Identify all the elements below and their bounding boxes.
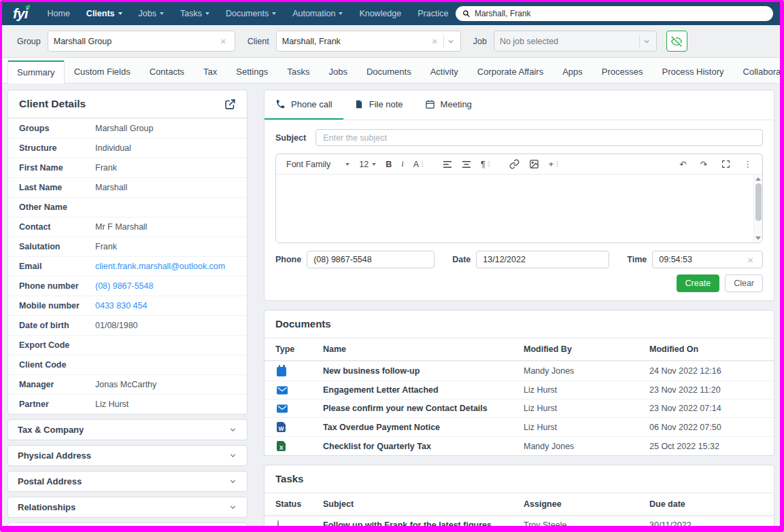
- subject-input[interactable]: [316, 129, 763, 146]
- bold-button[interactable]: B: [382, 158, 395, 171]
- section-tax-company[interactable]: Tax & Company: [7, 419, 248, 440]
- tab-collaborate[interactable]: Collaborate: [734, 60, 784, 83]
- tab-documents[interactable]: Documents: [357, 60, 421, 83]
- italic-button[interactable]: i: [398, 158, 407, 171]
- nav-item-practice[interactable]: Practice: [410, 3, 456, 24]
- tab-phone-call[interactable]: Phone call: [265, 90, 343, 120]
- time-field[interactable]: ×: [652, 251, 763, 268]
- tab-process-history[interactable]: Process History: [653, 60, 734, 83]
- date-label: Date: [452, 255, 471, 264]
- mobile-link[interactable]: 0433 830 454: [95, 301, 147, 311]
- fyi-logo[interactable]: fyi: [13, 5, 28, 22]
- editor-content[interactable]: [276, 175, 762, 243]
- tasks-card: Tasks StatusSubjectAssigneeDue date Foll…: [264, 465, 774, 526]
- nav-item-jobs[interactable]: Jobs: [131, 3, 171, 24]
- field-structure: StructureIndividual: [8, 138, 247, 158]
- excel-doc-icon: X: [277, 441, 286, 451]
- section-group-members[interactable]: Group Members: [7, 522, 248, 526]
- nav-item-documents[interactable]: Documents: [218, 3, 284, 24]
- editor-scrollbar[interactable]: [753, 175, 762, 243]
- document-row[interactable]: W Tax Overdue Payment Notice Liz Hurst 0…: [265, 417, 774, 436]
- section-postal-address[interactable]: Postal Address: [7, 471, 248, 492]
- font-family-select[interactable]: Font Family: [283, 158, 353, 171]
- documents-card: Documents TypeNameModified ByModified On…: [264, 310, 774, 456]
- scroll-up-icon[interactable]: [755, 177, 761, 181]
- section-relationships[interactable]: Relationships: [7, 497, 248, 518]
- clear-time-icon[interactable]: ×: [745, 255, 756, 265]
- job-input[interactable]: [500, 37, 636, 46]
- search-input[interactable]: [475, 9, 766, 18]
- redo-button[interactable]: ↷: [697, 158, 711, 171]
- chevron-down-icon[interactable]: [447, 37, 455, 46]
- global-search[interactable]: [456, 6, 773, 21]
- phone-field[interactable]: [307, 251, 434, 268]
- font-size-select[interactable]: 12: [356, 158, 379, 171]
- fullscreen-button[interactable]: [718, 158, 734, 171]
- scroll-down-icon[interactable]: [755, 236, 761, 240]
- paragraph-format-button[interactable]: ¶⋮: [477, 158, 495, 171]
- scrollbar-thumb[interactable]: [755, 183, 762, 221]
- document-row[interactable]: New business follow-up Mandy Jones 24 No…: [265, 361, 774, 380]
- client-selector-bar: Group × Client × Job: [2, 25, 780, 58]
- clear-button[interactable]: Clear: [725, 274, 763, 292]
- tab-processes[interactable]: Processes: [592, 60, 653, 83]
- date-field[interactable]: [476, 251, 609, 268]
- job-label: Job: [473, 37, 487, 46]
- chevron-down-icon: [205, 12, 209, 15]
- tab-meeting[interactable]: Meeting: [414, 90, 483, 120]
- tab-summary[interactable]: Summary: [7, 60, 65, 84]
- nav-item-tasks[interactable]: Tasks: [173, 3, 217, 24]
- insert-image-button[interactable]: [526, 158, 543, 171]
- nav-item-automation[interactable]: Automation: [285, 3, 350, 24]
- undo-button[interactable]: ↶: [677, 158, 690, 171]
- job-select[interactable]: [494, 31, 657, 52]
- align-center-button[interactable]: [458, 159, 475, 170]
- word-doc-icon: W: [277, 422, 286, 432]
- document-row[interactable]: X Checklist for Quarterly Tax Mandy Jone…: [265, 436, 774, 455]
- nav-item-home[interactable]: Home: [40, 3, 78, 24]
- more-options-button[interactable]: ⋮: [740, 158, 756, 171]
- tab-apps[interactable]: Apps: [553, 60, 592, 83]
- client-input[interactable]: [282, 37, 429, 46]
- document-row[interactable]: Please confirm your new Contact Details …: [265, 399, 774, 417]
- create-button[interactable]: Create: [677, 274, 720, 292]
- insert-more-button[interactable]: +⋮: [545, 158, 563, 171]
- group-select[interactable]: ×: [48, 31, 235, 52]
- phone-link[interactable]: (08) 9867-5548: [95, 281, 153, 291]
- field-phone-number: Phone number(08) 9867-5548: [8, 276, 247, 296]
- tab-file-note[interactable]: File note: [343, 90, 414, 120]
- tab-settings[interactable]: Settings: [226, 60, 277, 83]
- chevron-down-icon: [272, 12, 276, 15]
- text-style-button[interactable]: A⋮: [410, 158, 428, 171]
- calendar-icon: [425, 99, 435, 109]
- nav-item-clients[interactable]: Clients: [79, 3, 130, 24]
- group-input[interactable]: [54, 37, 218, 46]
- tab-custom-fields[interactable]: Custom Fields: [65, 60, 140, 83]
- clear-client-icon[interactable]: ×: [429, 36, 441, 46]
- insert-link-button[interactable]: [506, 158, 523, 171]
- tab-tasks[interactable]: Tasks: [277, 60, 319, 83]
- quick-note-card: Phone call File note Meeting Subject: [264, 90, 774, 301]
- tab-contacts[interactable]: Contacts: [140, 60, 194, 83]
- document-row[interactable]: Engagement Letter Attached Liz Hurst 23 …: [265, 380, 774, 399]
- field-manager: ManagerJonas McCarthy: [8, 374, 247, 394]
- clear-group-icon[interactable]: ×: [218, 36, 229, 46]
- nav-item-knowledge[interactable]: Knowledge: [352, 3, 409, 24]
- documents-title: Documents: [275, 318, 331, 330]
- hide-client-button[interactable]: [666, 31, 687, 52]
- tab-jobs[interactable]: Jobs: [319, 60, 356, 83]
- tab-tax[interactable]: Tax: [194, 60, 226, 83]
- task-row[interactable]: Follow up with Frank for the latest figu…: [265, 516, 774, 526]
- field-other-name: Other Name: [8, 197, 247, 217]
- phone-icon: [275, 99, 286, 109]
- task-status-checkbox[interactable]: [277, 520, 279, 526]
- client-select[interactable]: ×: [276, 31, 461, 52]
- external-link-icon[interactable]: [224, 99, 236, 110]
- tab-activity[interactable]: Activity: [421, 60, 468, 83]
- section-physical-address[interactable]: Physical Address: [7, 445, 248, 466]
- chevron-down-icon[interactable]: [643, 37, 651, 46]
- field-date-of-birth: Date of birth01/08/1980: [8, 315, 247, 335]
- email-link[interactable]: client.frank.marshall@outlook.com: [95, 262, 225, 271]
- tab-corporate-affairs[interactable]: Corporate Affairs: [468, 60, 553, 83]
- align-left-button[interactable]: [439, 159, 456, 170]
